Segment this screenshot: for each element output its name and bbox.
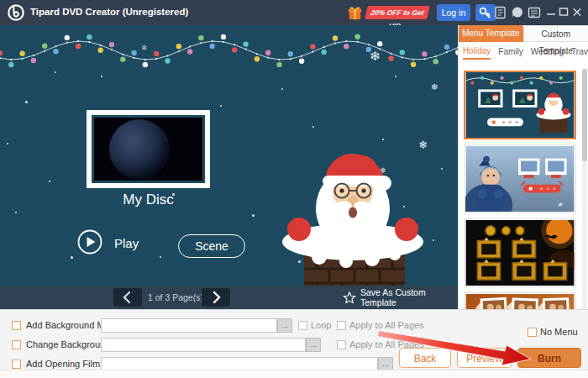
burn-button[interactable]: Burn [517, 348, 581, 368]
back-button[interactable]: Back [399, 348, 451, 368]
star-icon [343, 291, 356, 305]
menu-preview-area: ❄ ❄ ❄ ❄ ❄ My Disc Play Scene [0, 25, 458, 286]
snow-dot [101, 76, 102, 77]
preview-button[interactable]: Preview [457, 348, 512, 368]
snow-dot [312, 126, 314, 128]
snow-dot [71, 256, 73, 259]
snow-dot [7, 143, 8, 144]
prev-page-button[interactable] [113, 288, 142, 307]
maximize-icon[interactable] [558, 6, 571, 19]
category-holiday[interactable]: Holiday [463, 46, 491, 60]
change-background-checkbox[interactable] [12, 340, 21, 349]
loop-checkbox[interactable] [298, 321, 307, 330]
cd-icon[interactable] [494, 6, 507, 19]
menu-icon[interactable] [528, 6, 541, 19]
close-icon[interactable] [571, 6, 585, 19]
loop-label: Loop [311, 320, 331, 330]
background-music-input[interactable] [101, 318, 277, 333]
change-background-input[interactable] [101, 338, 306, 352]
save-as-custom-template-label: Save As Custom Template [360, 287, 458, 307]
template-scrollbar[interactable] [582, 69, 587, 323]
apply-all-pages-music-label: Apply to All Pages [349, 320, 424, 330]
svg-text:❄: ❄ [558, 202, 563, 207]
key-icon [475, 4, 496, 21]
gift-icon[interactable] [347, 5, 363, 21]
app-logo-icon [7, 3, 25, 22]
category-wedding[interactable]: Wedding [531, 47, 564, 59]
template-panel: Menu Template Custom Template Holiday Fa… [458, 25, 588, 323]
add-background-music-checkbox[interactable] [12, 321, 21, 330]
chevron-left-icon [113, 288, 142, 307]
christmas-lights-garland [0, 29, 458, 76]
snow-dot [281, 88, 283, 90]
category-family[interactable]: Family [498, 47, 522, 59]
status-strip [0, 370, 588, 378]
snow-dot [160, 256, 161, 258]
template-christmas-santa[interactable] [464, 71, 576, 139]
next-page-button[interactable] [202, 288, 230, 307]
chevron-right-icon [202, 288, 230, 307]
disc-thumbnail-frame[interactable] [87, 110, 210, 188]
login-button[interactable]: Log in [437, 4, 470, 21]
snow-dot [49, 181, 50, 182]
add-opening-film-checkbox[interactable] [12, 360, 21, 369]
snow-dot [395, 76, 396, 77]
register-key-button[interactable] [475, 4, 496, 21]
change-background-label: Change Background: [26, 339, 113, 349]
snow-dot [55, 71, 56, 73]
scene-button[interactable]: Scene [178, 234, 245, 258]
tab-menu-template[interactable]: Menu Template [459, 25, 523, 42]
snow-dot [25, 101, 28, 103]
play-button[interactable] [77, 229, 102, 255]
save-as-custom-template[interactable]: Save As Custom Template [343, 289, 458, 306]
no-menu-label: No Menu [540, 327, 578, 337]
browse-background-button[interactable]: ... [306, 338, 321, 352]
template-winter-baby[interactable]: ❄ [464, 144, 576, 213]
play-label[interactable]: Play [114, 236, 139, 250]
scrollbar-thumb[interactable] [582, 69, 587, 161]
minimize-icon[interactable] [545, 7, 559, 20]
title-bar: Tipard DVD Creator (Unregistered) 20% OF… [0, 0, 588, 25]
snow-dot [220, 105, 222, 107]
add-opening-film-label: Add Opening Film: [26, 359, 102, 369]
no-menu-checkbox[interactable] [528, 328, 537, 337]
apply-all-pages-music-checkbox[interactable] [337, 321, 346, 330]
window-title: Tipard DVD Creator (Unregistered) [30, 7, 188, 17]
page-indicator: 1 of 3 Page(s) [148, 292, 203, 302]
snow-dot [15, 212, 17, 213]
bottom-controls: Add Background Music: ... Loop Apply to … [0, 309, 588, 370]
category-travel[interactable]: Trave [571, 47, 588, 59]
play-icon [87, 237, 96, 247]
santa-chimney-graphic [252, 131, 454, 286]
browse-music-button[interactable]: ... [277, 318, 292, 333]
disc-title-text[interactable]: My Disc [87, 192, 210, 208]
preview-nav-bar: 1 of 3 Page(s) Save As Custom Template [0, 286, 458, 309]
snowflake-icon: ❄ [431, 82, 438, 92]
template-tabs: Menu Template Custom Template [459, 25, 588, 42]
template-halloween[interactable] [464, 218, 576, 287]
apply-all-pages-bg-checkbox[interactable] [337, 340, 346, 349]
feedback-icon[interactable] [511, 6, 524, 19]
template-categories: Holiday Family Wedding Trave ◂▸ [459, 44, 588, 62]
snowflake-icon: ❄ [141, 44, 148, 52]
template-list: ❄ [459, 69, 583, 323]
snowflake-icon: ❄ [370, 49, 381, 64]
tab-custom-template[interactable]: Custom Template [523, 25, 588, 42]
promo-badge[interactable]: 20% OFF to Get VIP [365, 6, 429, 19]
app-window: Tipard DVD Creator (Unregistered) 20% OF… [0, 0, 588, 378]
disc-thumbnail-image [94, 118, 202, 181]
